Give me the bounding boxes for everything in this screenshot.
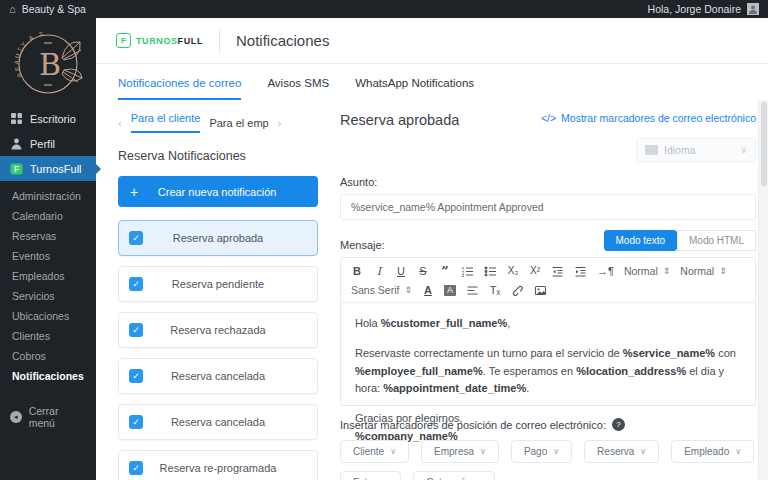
font-picker[interactable]: Sans Serif ⇕ [351, 284, 412, 296]
turnosfull-logo-icon: F [116, 33, 131, 48]
user-icon [748, 4, 758, 14]
home-icon[interactable]: ⌂ [9, 3, 16, 15]
list-item[interactable]: ✓ Reserva pendiente [118, 266, 318, 302]
user-icon [9, 137, 23, 150]
svg-text:F: F [14, 164, 19, 174]
subtab-para-el-cliente[interactable]: Para el cliente [131, 112, 201, 133]
highlight-color-icon[interactable]: A [444, 285, 456, 296]
blockquote-icon[interactable]: ” [439, 265, 451, 278]
main-content: F TURNOSFULL Notificaciones Notificacion… [96, 18, 768, 480]
message-paragraph: Reservaste correctamente un turno para e… [355, 345, 741, 398]
mode-text-button[interactable]: Modo texto [604, 230, 677, 251]
sidebar-item-label: Escritorio [30, 113, 76, 125]
placeholder-dropdown-categoria[interactable]: Categoría ∨ [413, 471, 495, 480]
list-item[interactable]: ✓ Reserva cancelada [118, 358, 318, 394]
text-color-icon[interactable]: A [422, 285, 434, 296]
subject-input[interactable] [340, 194, 756, 220]
language-select[interactable]: Idioma ∨ [636, 138, 756, 162]
editor-title: Reserva aprobada [340, 112, 459, 128]
bold-icon[interactable]: B [351, 266, 363, 277]
insert-placeholders-label: Insertar marcadores de posición de corre… [340, 419, 606, 431]
indent-icon[interactable] [574, 265, 587, 278]
sidebar-item-clientes[interactable]: Clientes [0, 326, 96, 346]
outdent-icon[interactable] [551, 265, 564, 278]
sidebar-item-ubicaciones[interactable]: Ubicaciones [0, 306, 96, 326]
placeholder-dropdown-cliente[interactable]: Cliente ∨ [340, 440, 409, 463]
checkbox-checked[interactable]: ✓ [129, 323, 143, 337]
collapse-menu-button[interactable]: ◂ Cerrar menú [0, 398, 96, 436]
tab-email-notifications[interactable]: Notificaciones de correo [118, 77, 241, 100]
superscript-icon[interactable]: X² [529, 266, 541, 276]
prev-arrow-icon[interactable]: ‹ [118, 117, 122, 129]
language-placeholder: Idioma [664, 144, 696, 156]
mode-html-button[interactable]: Modo HTML [677, 230, 756, 251]
ordered-list-icon[interactable] [461, 265, 474, 278]
checkbox-checked[interactable]: ✓ [129, 415, 143, 429]
list-item[interactable]: ✓ Reserva aprobada [118, 220, 318, 256]
list-item-label: Reserva cancelada [143, 416, 307, 428]
tab-sms-notices[interactable]: Avisos SMS [267, 77, 329, 100]
updown-icon: ⇕ [719, 266, 727, 276]
italic-icon[interactable]: I [373, 266, 385, 277]
checkbox-checked[interactable]: ✓ [129, 369, 143, 383]
sidebar-item-cobros[interactable]: Cobros [0, 346, 96, 366]
scrollbar-thumb[interactable] [761, 102, 767, 186]
placeholder-dropdown-empleado[interactable]: Empleado ∨ [671, 440, 754, 463]
underline-icon[interactable]: U [395, 266, 407, 277]
notification-editor-panel: Reserva aprobada </> Mostrar marcadores … [340, 108, 756, 480]
scrollbar[interactable] [758, 100, 768, 480]
audience-subtabs: ‹ Para el cliente Para el emp › [118, 108, 318, 133]
updown-icon: ⇕ [404, 285, 412, 295]
avatar[interactable] [747, 3, 759, 15]
list-item-label: Reserva pendiente [143, 278, 307, 290]
checkbox-checked[interactable]: ✓ [129, 461, 143, 475]
sidebar-item-eventos[interactable]: Eventos [0, 246, 96, 266]
rich-text-editor: B I U S ” [340, 257, 756, 406]
sidebar-item-perfil[interactable]: Perfil [0, 131, 96, 156]
sidebar-item-calendario[interactable]: Calendario [0, 206, 96, 226]
sidebar-item-escritorio[interactable]: Escritorio [0, 106, 96, 131]
message-body[interactable]: Hola %customer_full_name%, Reservaste co… [341, 303, 755, 405]
list-item-label: Reserva rechazada [143, 324, 307, 336]
header-divider [219, 29, 220, 53]
placeholder-dropdown-pago[interactable]: Pago ∨ [511, 440, 572, 463]
sidebar-item-turnosfull[interactable]: F TurnosFull [0, 156, 96, 181]
chevron-down-icon: ∨ [740, 145, 747, 155]
sidebar-item-servicios[interactable]: Servicios [0, 286, 96, 306]
site-name[interactable]: Beauty & Spa [22, 3, 86, 15]
text-direction-icon[interactable]: →¶ [597, 266, 614, 277]
placeholder-dropdown-extra[interactable]: Extra ∨ [340, 471, 401, 480]
help-icon[interactable]: ? [612, 418, 625, 431]
create-notification-button[interactable]: + Crear nueva notificación [118, 176, 318, 207]
clear-format-icon[interactable]: Tₓ [489, 285, 501, 296]
strikethrough-icon[interactable]: S [417, 266, 429, 277]
subscript-icon[interactable]: X₂ [507, 266, 519, 276]
placeholder-dropdown-reserva[interactable]: Reserva ∨ [584, 440, 659, 463]
list-item[interactable]: ✓ Reserva cancelada [118, 404, 318, 440]
next-arrow-icon[interactable]: › [278, 117, 282, 129]
placeholder-dropdown-empresa[interactable]: Empresa ∨ [421, 440, 499, 463]
sidebar-item-label: TurnosFull [30, 163, 82, 175]
header-picker[interactable]: Normal ⇕ [680, 265, 726, 277]
chevron-down-icon: ∨ [735, 447, 741, 456]
link-icon[interactable] [511, 284, 524, 297]
list-item[interactable]: ✓ Reserva rechazada [118, 312, 318, 348]
sidebar-item-administracion[interactable]: Administración [0, 186, 96, 206]
dashboard-icon [9, 112, 23, 125]
user-greeting[interactable]: Hola, Jorge Donaire [648, 3, 741, 15]
bullet-list-icon[interactable] [484, 265, 497, 278]
sidebar-item-notificaciones[interactable]: Notificaciones [0, 366, 96, 386]
list-item-label: Reserva aprobada [143, 232, 307, 244]
tab-whatsapp-notifications[interactable]: WhatsApp Notifications [355, 77, 474, 100]
show-email-markers-link[interactable]: </> Mostrar marcadores de correo electró… [541, 112, 756, 124]
sidebar-item-empleados[interactable]: Empleados [0, 266, 96, 286]
markers-link-label: Mostrar marcadores de correo electrónico [561, 112, 756, 124]
size-picker[interactable]: Normal ⇕ [624, 265, 670, 277]
image-icon[interactable] [534, 284, 547, 297]
subtab-para-el-empleado[interactable]: Para el emp [209, 117, 268, 129]
align-icon[interactable] [466, 284, 479, 297]
checkbox-checked[interactable]: ✓ [129, 277, 143, 291]
list-item[interactable]: ✓ Reserva re-programada [118, 450, 318, 480]
sidebar-item-reservas[interactable]: Reservas [0, 226, 96, 246]
checkbox-checked[interactable]: ✓ [129, 231, 143, 245]
